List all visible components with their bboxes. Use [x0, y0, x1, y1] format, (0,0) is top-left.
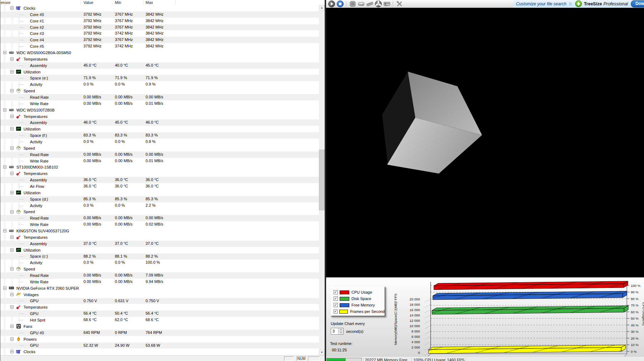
memory-test-button[interactable]	[365, 0, 374, 7]
tree-expander-icon[interactable]	[10, 191, 14, 194]
tree-expander-icon[interactable]	[10, 146, 14, 150]
sensor-row[interactable]: GPU56.4 °C50.4 °C56.4 °C	[0, 310, 319, 317]
sensor-row[interactable]: Space (d:)85.3 %85.3 %85.3 %	[0, 196, 319, 202]
category-row[interactable]: Temperatures	[0, 234, 319, 241]
category-row[interactable]: Speed	[0, 209, 319, 215]
tree-expander-icon[interactable]	[10, 267, 14, 270]
tree-expander-icon[interactable]	[10, 127, 14, 130]
options-button[interactable]	[395, 0, 404, 7]
device-row[interactable]: ST1000DM003-1SB102	[0, 164, 319, 170]
tree-expander-icon[interactable]	[10, 248, 14, 252]
tree-expander-icon[interactable]	[3, 287, 6, 290]
category-row[interactable]: Temperatures	[0, 304, 319, 310]
scrollbar-track[interactable]	[319, 11, 325, 350]
device-row[interactable]: KINGSTON SUV400S37120G	[0, 228, 319, 234]
category-row[interactable]: Voltages	[0, 292, 319, 298]
sensor-row[interactable]: Read Rate0.00 MB/s0.00 MB/s0.00 MB/s	[0, 151, 319, 158]
column-divider[interactable]	[81, 0, 81, 5]
tree-expander-icon[interactable]	[10, 337, 14, 341]
tree-expander-icon[interactable]	[10, 350, 14, 353]
sensor-row[interactable]: Write Rate0.00 MB/s0.00 MB/s0.01 MB/s	[0, 100, 319, 107]
scroll-up-arrow-icon[interactable]: ▲	[319, 5, 325, 11]
sensor-row[interactable]: Space (c:)88.2 %88.1 %88.2 %	[0, 253, 319, 260]
start-test-button[interactable]	[327, 0, 336, 7]
category-row[interactable]: Temperatures	[0, 113, 319, 120]
tree-expander-icon[interactable]	[3, 229, 6, 232]
tree-expander-icon[interactable]	[10, 325, 14, 328]
tree-expander-icon[interactable]	[10, 57, 14, 61]
category-row[interactable]: Utilization	[0, 190, 319, 196]
sensor-row[interactable]: Air Flow36.0 °C36.0 °C36.0 °C	[0, 183, 319, 190]
device-row[interactable]: NVIDIA GeForce RTX 2060 SUPER	[0, 285, 319, 292]
video-test-button[interactable]	[382, 0, 391, 7]
gpu-3d-test-button[interactable]	[374, 0, 382, 7]
sensor-row[interactable]: Read Rate0.00 MB/s0.00 MB/s0.00 MB/s	[0, 215, 319, 221]
sensor-row[interactable]: Write Rate0.00 MB/s0.00 MB/s0.01 MB/s	[0, 158, 319, 164]
tree-expander-icon[interactable]	[10, 293, 14, 296]
sensor-row[interactable]: Activity0.0 %0.0 %100.0 %	[0, 259, 319, 266]
vertical-scrollbar[interactable]: ▲ ▼	[319, 5, 325, 355]
tree-expander-icon[interactable]	[10, 172, 14, 175]
tree-expander-icon[interactable]	[10, 305, 14, 309]
column-header-sensor[interactable]: ensor	[1, 0, 11, 5]
sensor-row[interactable]: Activity0.0 %0.0 %0.8 %	[0, 139, 319, 145]
sensor-row[interactable]: Core #33792 MHz3742 MHz3842 MHz	[0, 30, 319, 37]
sensor-row[interactable]: Assembly36.0 °C36.0 °C36.0 °C	[0, 177, 319, 183]
3d-render-viewport[interactable]	[326, 8, 644, 277]
category-row[interactable]: Powers	[0, 336, 319, 342]
category-row[interactable]: Clocks	[0, 349, 319, 355]
disk-test-button[interactable]	[357, 0, 365, 7]
tree-expander-icon[interactable]	[3, 51, 6, 54]
column-header-value[interactable]: Value	[83, 0, 93, 5]
column-header-max[interactable]: Max	[146, 0, 153, 5]
tree-expander-icon[interactable]	[3, 108, 6, 112]
tree-expander-icon[interactable]	[10, 236, 14, 239]
category-row[interactable]: Fans	[0, 323, 319, 330]
sensor-row[interactable]: Read Rate0.00 MB/s0.00 MB/s7.09 MB/s	[0, 272, 319, 279]
sensor-row[interactable]: Activity0.0 %0.0 %0.9 %	[0, 81, 319, 88]
scrollbar-thumb[interactable]	[319, 150, 325, 210]
category-row[interactable]: Utilization	[0, 69, 319, 75]
tree-expander-icon[interactable]	[10, 6, 14, 10]
column-divider[interactable]	[143, 0, 143, 5]
tree-expander-icon[interactable]	[10, 115, 14, 118]
sensor-row[interactable]: Write Rate0.00 MB/s0.00 MB/s0.02 MB/s	[0, 221, 319, 228]
sensor-row[interactable]: GPU52.32 W24.90 W53.68 W	[0, 342, 319, 349]
sensor-row[interactable]: Assembly37.0 °C37.0 °C37.0 °C	[0, 241, 319, 247]
scroll-down-arrow-icon[interactable]: ▼	[319, 350, 325, 355]
sensor-row[interactable]: Read Rate0.00 MB/s0.00 MB/s0.00 MB/s	[0, 94, 319, 100]
sensor-row[interactable]: Space (f:)83.3 %83.3 %83.3 %	[0, 132, 319, 139]
category-row[interactable]: Speed	[0, 145, 319, 151]
column-divider[interactable]	[175, 0, 176, 5]
sensor-row[interactable]: GPU0.750 V0.631 V0.750 V	[0, 298, 319, 304]
sensor-row[interactable]: Write Rate0.00 MB/s0.00 MB/s9.94 MB/s	[0, 279, 319, 285]
category-row[interactable]: Clocks	[0, 5, 319, 11]
sensor-row[interactable]: Assembly45.0 °C40.0 °C45.0 °C	[0, 62, 319, 69]
category-row[interactable]: Temperatures	[0, 56, 319, 62]
cpu-test-button[interactable]	[348, 0, 357, 7]
sensor-row[interactable]: Core #03792 MHz3767 MHz3842 MHz	[0, 11, 319, 18]
sensor-row[interactable]: Space (e:)71.9 %71.9 %71.9 %	[0, 75, 319, 81]
sensor-row[interactable]: Core #53792 MHz3742 MHz3842 MHz	[0, 43, 319, 50]
sensor-row[interactable]: GPU #0640 RPM0 RPM764 RPM	[0, 330, 319, 336]
sensor-row[interactable]: Hot Spot68.6 °C62.0 °C68.6 °C	[0, 317, 319, 323]
stop-test-button[interactable]	[336, 0, 344, 7]
column-divider[interactable]	[112, 0, 112, 5]
treesize-ad-banner[interactable]: Customize your file search TreeSize Prof…	[513, 0, 644, 8]
device-row[interactable]: WDC WDS100T2B0B	[0, 107, 319, 113]
category-row[interactable]: Utilization	[0, 247, 319, 253]
tree-expander-icon[interactable]	[10, 70, 14, 73]
sensor-row[interactable]: Core #13792 MHz3767 MHz3842 MHz	[0, 18, 319, 24]
column-header-min[interactable]: Min	[115, 0, 121, 5]
category-row[interactable]: Speed	[0, 88, 319, 94]
download-button[interactable]: Download	[631, 0, 644, 7]
tree-expander-icon[interactable]	[3, 165, 6, 169]
sensor-row[interactable]: Activity0.0 %0.0 %2.2 %	[0, 202, 319, 209]
category-row[interactable]: Temperatures	[0, 170, 319, 177]
sensor-row[interactable]: Assembly46.0 °C45.0 °C46.0 °C	[0, 119, 319, 126]
tree-expander-icon[interactable]	[10, 210, 14, 213]
category-row[interactable]: Utilization	[0, 126, 319, 132]
sensor-row[interactable]: Core #43792 MHz3767 MHz3842 MHz	[0, 37, 319, 43]
tree-expander-icon[interactable]	[10, 89, 14, 92]
device-row[interactable]: WDC WDS500G2B0A-00SM50	[0, 50, 319, 56]
